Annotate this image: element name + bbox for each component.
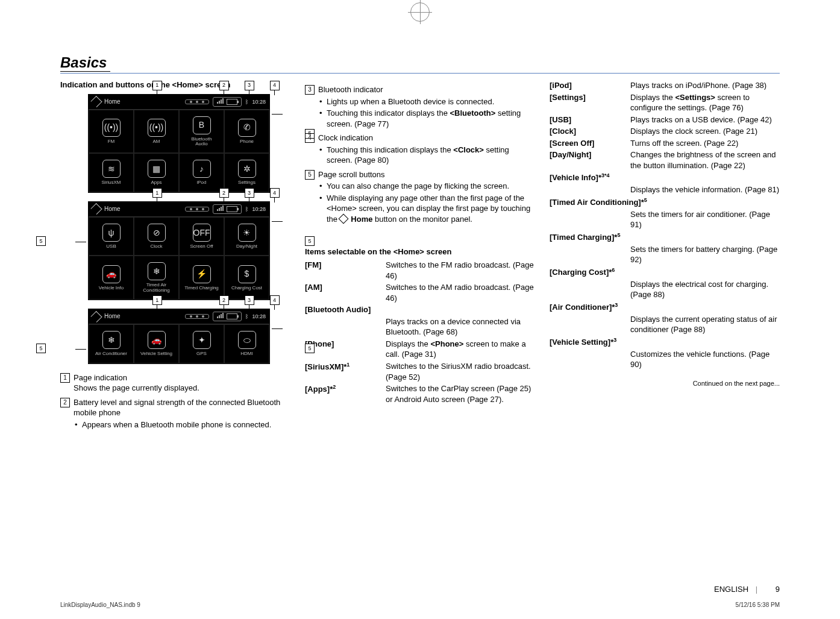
def-value: Sets the timers for air conditioner. (Pa…: [630, 209, 780, 231]
app-label: USB: [106, 244, 116, 249]
home-icon-cell[interactable]: ✦GPS: [179, 324, 224, 363]
page-number: 9: [776, 585, 780, 594]
def-value: Changes the brightness of the screen and…: [630, 149, 780, 171]
callout-5: 5: [305, 344, 315, 353]
home-icon-cell[interactable]: ((•))FM: [89, 110, 134, 154]
def-key: [Bluetooth Audio]: [305, 304, 535, 316]
list-title: Clock indication: [318, 133, 373, 142]
signal-battery-indicator: [213, 97, 242, 107]
home-icon-cell[interactable]: ✆Phone: [224, 110, 269, 154]
app-label: Air Conditioner: [95, 351, 127, 356]
callout-3: 3: [245, 81, 254, 90]
app-icon: ψ: [102, 224, 121, 242]
app-icon: $: [238, 265, 256, 283]
signal-battery-indicator: [213, 312, 242, 321]
callout-5: 5: [36, 236, 46, 246]
list-item: 2Battery level and signal strength of th…: [60, 397, 290, 430]
list-title: Page indication: [74, 373, 127, 382]
home-icon-cell[interactable]: ≋SiriusXM: [89, 153, 134, 192]
def-key: [USB]: [550, 114, 630, 126]
app-icon: ((•)): [148, 119, 166, 137]
app-icon: B: [193, 116, 211, 134]
callout-2: 2: [219, 188, 229, 198]
app-label: BluetoothAudio: [192, 137, 212, 147]
callout-5: 5: [36, 344, 46, 353]
app-icon: ✆: [238, 119, 256, 137]
app-label: Vehicle Info: [99, 286, 124, 291]
callout-4: 4: [270, 81, 280, 90]
callout-1: 1: [152, 188, 162, 198]
app-label: Day/Night: [236, 244, 257, 249]
home-icon-cell[interactable]: $Charging Cost: [224, 256, 269, 300]
bluetooth-icon: ᛒ: [245, 206, 248, 213]
app-label: Apps: [151, 180, 161, 185]
home-icon-cell[interactable]: 🚗Vehicle Info: [89, 256, 134, 300]
def-value: Plays tracks on iPod/iPhone. (Page 38): [630, 80, 780, 92]
def-value: Displays the <Phone> screen to make a ca…: [386, 338, 535, 360]
col1-list: 1Page indicationShows the page currently…: [60, 372, 290, 430]
home-icon-cell[interactable]: ❄Air Conditioner: [89, 324, 134, 363]
def-key: [Vehicle Setting]*3: [550, 336, 780, 348]
home-icon-cell[interactable]: BBluetoothAudio: [179, 110, 224, 154]
list-item: 1Page indicationShows the page currently…: [60, 372, 290, 394]
list-title: Battery level and signal strength of the…: [74, 398, 280, 418]
page: Basics Indication and buttons on the <Ho…: [0, 0, 840, 619]
home-icon-cell[interactable]: ⚡Timed Charging: [179, 256, 224, 300]
column-1: Indication and buttons on the <Home> scr…: [60, 80, 290, 433]
home-icon-cell[interactable]: ⬭HDMI: [224, 324, 269, 363]
app-label: Charging Cost: [231, 286, 262, 291]
home-icon-cell[interactable]: ✲Settings: [224, 153, 269, 192]
home-icon-cell[interactable]: ((•))AM: [134, 110, 179, 154]
def-value: Displays the clock screen. (Page 21): [630, 125, 780, 137]
def-value: Plays tracks on a device connected via B…: [386, 316, 535, 338]
app-icon: ✦: [193, 331, 211, 349]
col2-list: 3Bluetooth indicatorLights up when a Blu…: [305, 84, 535, 225]
page-lang-number: ENGLISH | 9: [714, 585, 780, 594]
home-icon: [338, 214, 348, 224]
section-rule: [60, 73, 780, 74]
items-heading: Items selectable on the <Home> screen: [305, 247, 535, 257]
def-value: Displays the <Settings> screen to config…: [630, 92, 780, 114]
clock-text: 10:28: [252, 313, 266, 320]
home-icon: [90, 96, 102, 107]
def-key: [AM]: [305, 281, 386, 304]
screenshot-3: 12345Homeᛒ10:28❄Air Conditioner🚗Vehicle …: [60, 309, 290, 364]
callout-5: 5: [305, 236, 315, 246]
app-icon: ▦: [148, 160, 166, 178]
home-icon-cell[interactable]: ψUSB: [89, 217, 134, 256]
def-key: [Air Conditioner]*3: [550, 301, 780, 313]
app-icon: ((•)): [102, 119, 121, 137]
def-value: Displays the electrical cost for chargin…: [630, 278, 780, 301]
app-label: AM: [153, 139, 160, 144]
home-icon-cell[interactable]: OFFScreen Off: [179, 217, 224, 256]
home-icon-cell[interactable]: ♪iPod: [179, 153, 224, 192]
col3-items: [iPod]Plays tracks on iPod/iPhone. (Page…: [550, 80, 780, 371]
page-indicator: [185, 99, 209, 104]
page-indicator: [185, 314, 209, 319]
def-key: [Charging Cost]*6: [550, 266, 780, 278]
home-label: Home: [104, 98, 121, 106]
home-icon-cell[interactable]: 🚗Vehicle Setting: [134, 324, 179, 363]
def-value: Displays the vehicle information. (Page …: [630, 184, 780, 196]
home-icon-cell[interactable]: ❄Timed AirConditioning: [134, 256, 179, 300]
bluetooth-icon: ᛒ: [245, 313, 248, 320]
home-icon-cell[interactable]: ⊘Clock: [134, 217, 179, 256]
def-key: [Clock]: [550, 125, 630, 137]
app-label: iPod: [196, 180, 206, 185]
def-value: Displays the current operating status of…: [630, 313, 780, 336]
footer-right: 5/12/16 5:38 PM: [736, 602, 780, 608]
home-icon-cell[interactable]: ☀Day/Night: [224, 217, 269, 256]
app-icon: ≋: [102, 160, 121, 178]
app-label: SiriusXM: [101, 180, 121, 185]
list-number-box: 2: [60, 398, 70, 407]
home-icon-cell[interactable]: ▦Apps: [134, 153, 179, 192]
def-value: Switches to the CarPlay screen (Page 25)…: [386, 383, 535, 405]
app-icon: ⬭: [238, 331, 256, 349]
app-icon: 🚗: [102, 265, 121, 283]
callout-3: 3: [245, 295, 254, 305]
bullet-list: Touching this indication displays the <C…: [318, 145, 535, 166]
app-label: Timed AirConditioning: [143, 283, 169, 293]
home-icon: [90, 311, 102, 322]
app-label: FM: [108, 139, 115, 144]
app-icon: ♪: [193, 160, 211, 178]
